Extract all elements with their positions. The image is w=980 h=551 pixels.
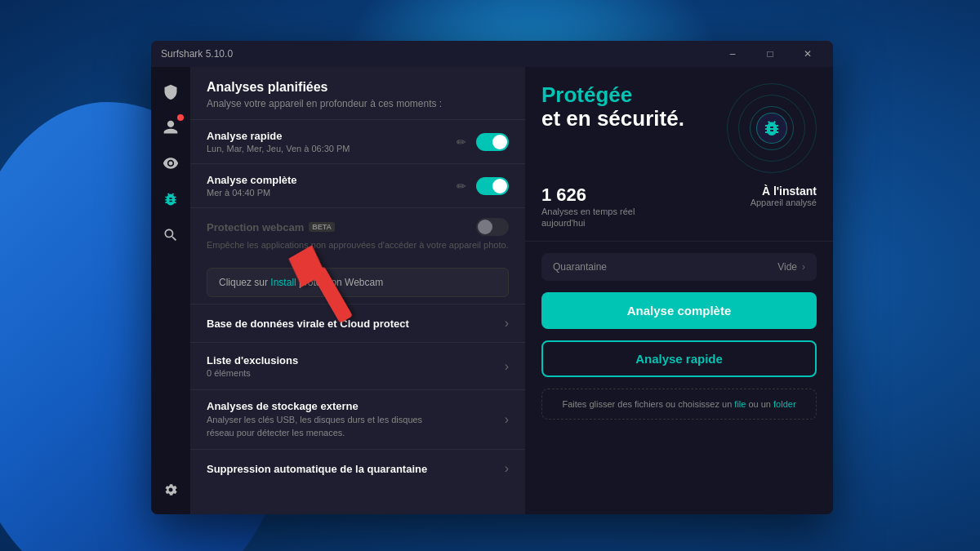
section-subtitle: Analyse votre appareil en profondeur à c… [190,98,525,119]
radar-center-icon [756,113,787,144]
sidebar-icon-search[interactable] [156,220,185,250]
toggle-knob [478,220,492,234]
window-title: Surfshark 5.10.0 [161,48,233,60]
btn-analyse-complete[interactable]: Analyse complète [541,292,817,329]
sidebar-icon-user[interactable] [156,113,185,142]
stat-label-line1: Analyses en temps réel [541,206,635,217]
install-notice: Cliquez sur Install protection Webcam [207,268,509,297]
toggle-knob [492,179,507,193]
stockage-externe-row[interactable]: Analyses de stockage externe Analyser le… [190,389,525,449]
liste-exclusions-info: Liste d'exclusions 0 éléments [207,354,298,378]
drop-or: ou un [746,399,773,409]
analyse-complete-info: Analyse complète Mer à 04:40 PM [207,174,297,198]
drop-folder-link[interactable]: folder [773,399,796,409]
drop-text-before: Faites glisser des fichiers ou choisisse… [562,399,734,409]
analyse-rapide-schedule: Lun, Mar, Mer, Jeu, Ven à 06:30 PM [207,144,350,153]
quarantine-value[interactable]: Vide › [777,261,805,273]
suppression-auto-info: Suppression automatique de la quarantain… [207,463,427,475]
maximize-button[interactable]: □ [751,41,789,67]
analyse-complete-row: Analyse complète Mer à 04:40 PM ✏ [190,163,525,207]
analyse-complete-label: Analyse complète [207,174,297,186]
analyse-rapide-row: Analyse rapide Lun, Mar, Mer, Jeu, Ven à… [190,119,525,163]
chevron-right-icon: › [505,461,509,476]
webcam-header: Protection webcam BETA [207,218,509,236]
analyse-complete-controls: ✏ [453,177,509,195]
title-bar: Surfshark 5.10.0 – □ ✕ [151,41,833,67]
stat-device-label: Appareil analysé [751,198,817,207]
chevron-right-icon: › [505,412,509,427]
stat-time: À l'instant Appareil analysé [751,184,817,207]
drop-zone[interactable]: Faites glisser des fichiers ou choisisse… [541,389,817,420]
install-text-after: protection Webcam [296,277,384,288]
stockage-externe-desc: Analyser les clés USB, les disques durs … [207,414,435,439]
minimize-button[interactable]: – [714,41,751,67]
main-content: Analyses planifiées Analyse votre appare… [151,67,833,514]
analyse-complete-edit-icon[interactable]: ✏ [453,178,470,194]
quarantine-chevron-icon: › [802,261,805,273]
liste-exclusions-label: Liste d'exclusions [207,354,298,367]
status-text: Protégée et en sécurité. [541,83,684,130]
stat-realtime: 1 626 Analyses en temps réel aujourd'hui [541,184,635,229]
analyse-rapide-info: Analyse rapide Lun, Mar, Mer, Jeu, Ven à… [207,130,350,153]
webcam-title: Protection webcam BETA [207,221,335,233]
beta-badge: BETA [309,222,335,232]
liste-exclusions-sub: 0 éléments [207,368,298,378]
webcam-section: Protection webcam BETA Empêche les appli… [190,207,525,261]
btn-analyse-rapide[interactable]: Analyse rapide [541,340,817,377]
drop-file-link[interactable]: file [734,399,746,409]
analyse-rapide-controls: ✏ [453,133,509,151]
settings-panel: Analyses planifiées Analyse votre appare… [190,67,525,514]
quarantine-row[interactable]: Quarantaine Vide › [541,253,817,281]
stockage-externe-info: Analyses de stockage externe Analyser le… [207,400,435,439]
analyse-rapide-edit-icon[interactable]: ✏ [453,134,470,150]
sidebar-icon-bug[interactable] [156,184,185,214]
install-text-before: Cliquez sur [219,277,270,288]
base-donnees-row[interactable]: Base de données virale et Cloud protect … [190,304,525,342]
webcam-label: Protection webcam [207,221,304,233]
app-window: Surfshark 5.10.0 – □ ✕ [151,41,833,514]
sidebar-icon-shield[interactable] [156,77,185,106]
chevron-right-icon: › [505,316,509,331]
base-donnees-info: Base de données virale et Cloud protect [207,318,409,330]
section-title: Analyses planifiées [190,80,525,98]
sidebar [151,67,190,514]
base-donnees-label: Base de données virale et Cloud protect [207,318,409,330]
stat-time-value: À l'instant [751,184,817,198]
status-header: Protégée et en sécurité. [541,83,817,173]
install-link[interactable]: Install [270,277,296,288]
close-button[interactable]: ✕ [789,41,826,67]
analyse-rapide-toggle[interactable] [476,133,509,151]
liste-exclusions-row[interactable]: Liste d'exclusions 0 éléments › [190,342,525,389]
analyse-complete-schedule: Mer à 04:40 PM [207,188,297,198]
analyse-complete-toggle[interactable] [476,177,509,195]
notification-badge [177,114,184,121]
toggle-knob [492,135,507,149]
quarantine-value-text: Vide [777,261,797,273]
status-subtitle: et en sécurité. [541,107,684,131]
stats-row: 1 626 Analyses en temps réel aujourd'hui… [541,184,817,229]
sidebar-icon-eye[interactable] [156,149,185,178]
sidebar-icon-settings[interactable] [156,475,185,504]
stat-label-line2: aujourd'hui [541,217,635,229]
analyse-rapide-label: Analyse rapide [207,130,350,142]
divider [525,241,833,242]
right-panel: Protégée et en sécurité. 1 626 Analyses … [525,67,833,514]
chevron-right-icon: › [505,359,509,374]
webcam-description: Empêche les applications non approuvées … [207,239,509,251]
window-controls: – □ ✕ [714,41,826,67]
quarantine-label: Quarantaine [553,261,607,273]
webcam-toggle [476,218,509,236]
radar-container [727,83,817,173]
stat-number: 1 626 [541,184,635,206]
stockage-externe-label: Analyses de stockage externe [207,400,435,412]
status-title: Protégée [541,83,684,107]
suppression-auto-label: Suppression automatique de la quarantain… [207,463,427,475]
suppression-auto-row[interactable]: Suppression automatique de la quarantain… [190,449,525,487]
